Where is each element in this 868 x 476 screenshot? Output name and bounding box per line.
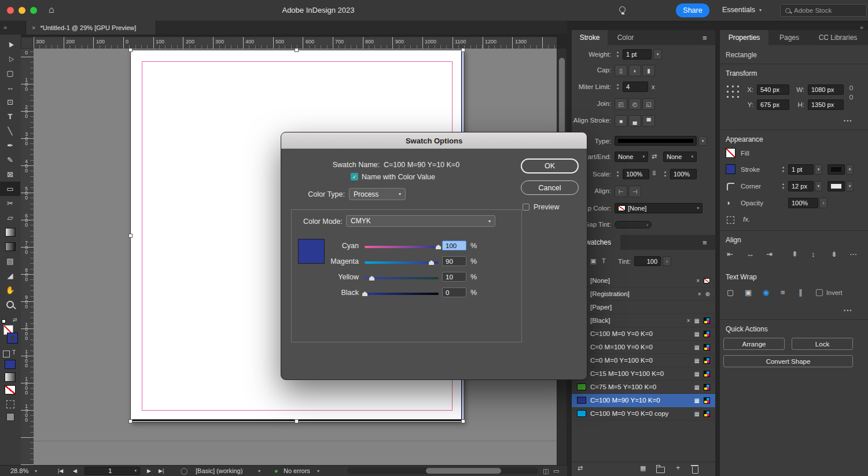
tab-color[interactable]: Color [608,30,643,45]
vertical-ruler[interactable]: 0 100 200 300 400 500 600 700 800 900 10… [21,49,34,465]
join-bevel-button[interactable]: ◱ [642,98,655,110]
h-field[interactable]: 1350 px [808,99,844,110]
stroke-style-dropdown[interactable] [827,164,845,175]
page-number-field[interactable]: 1 ▾ [84,467,140,475]
workspace-switcher[interactable]: Essentials ▾ [722,6,762,14]
note-tool[interactable]: ▤ [0,254,20,268]
swap-start-end-icon[interactable]: ⇄ [652,153,657,160]
new-swatch-icon[interactable]: + [676,463,681,472]
scale-link-icon[interactable]: ∞ [650,171,659,176]
yellow-slider[interactable] [365,277,439,279]
stroke-type-dropdown-icon[interactable]: ▾ [698,136,707,146]
tint-field[interactable]: 100 [634,256,661,266]
opacity-label[interactable]: Opacity [741,200,763,206]
panel-menu-icon[interactable]: ≡ [703,34,707,42]
lightbulb-icon[interactable] [619,6,626,13]
document-tab[interactable]: × *Untitled-1 @ 29% [GPU Preview] [25,21,156,35]
screen-mode-preview-icon[interactable] [6,413,14,421]
gap-color-dropdown[interactable]: [None] ▾ [615,203,703,213]
horizontal-scrollbar-thumb[interactable] [426,468,501,474]
stepper-up-icon[interactable]: ▲ [664,170,667,174]
stepper-up-icon[interactable]: ▲ [616,170,619,174]
color-mode-dropdown[interactable]: CMYK ▾ [346,215,495,227]
rectangle-tool[interactable]: ▭ [0,182,20,196]
corner-dropdown-icon[interactable]: ▾ [815,181,822,191]
pen-tool[interactable]: ✒ [0,138,20,153]
ruler-origin[interactable] [21,37,34,49]
ok-button[interactable]: OK [521,158,579,174]
window-minimize-button[interactable] [19,7,25,14]
corner-field[interactable]: 12 px [788,181,814,191]
page-dropdown-icon[interactable]: ▾ [134,468,137,473]
tab-cc-libraries[interactable]: CC Libraries [810,30,866,45]
preset-dropdown-icon[interactable]: ▾ [258,468,260,474]
align-stroke-outside-button[interactable]: ▀ [642,115,655,127]
gap-tint-slider[interactable]: › [615,221,652,228]
stepper-down-icon[interactable]: ▼ [616,54,619,58]
tab-close-icon[interactable]: × [32,24,35,31]
apply-gradient-button[interactable] [5,372,16,382]
wrap-jump-column-button[interactable]: ∥ [799,288,803,297]
align-bottom-button[interactable]: ⇟ [831,250,837,259]
reference-point-grid[interactable] [727,86,739,98]
y-field[interactable]: 675 px [757,99,789,110]
invert-checkbox[interactable] [816,289,823,296]
join-miter-button[interactable]: ◰ [615,98,627,110]
next-page-button[interactable]: ▶ [147,468,151,474]
apply-none-button[interactable] [5,385,16,394]
hand-tool[interactable]: ✋ [0,283,20,297]
start-dropdown[interactable]: None▾ [615,152,648,162]
swatch-row[interactable]: C=100 M=0 Y=0 K=0 copy ▦ [572,407,715,420]
stepper-up-icon[interactable]: ▲ [616,50,619,54]
horizontal-scrollbar[interactable] [347,467,538,474]
error-status[interactable]: No errors [284,467,310,474]
swatch-row[interactable]: C=75 M=5 Y=100 K=0 ▦ [572,381,715,394]
stroke-style-dropdown-icon[interactable]: ▾ [846,164,854,175]
weight-dropdown-icon[interactable]: ▾ [653,49,662,60]
selection-handle[interactable] [461,48,465,52]
swatch-row-black[interactable]: [Black] ×▦ [572,314,715,327]
window-zoom-button[interactable] [30,7,37,14]
constrain-proportions-icon[interactable] [848,86,854,99]
selection-handle[interactable] [128,48,133,52]
swatch-views-icon[interactable]: ▦ [640,464,646,472]
fill-color-swatch[interactable] [726,148,735,158]
selection-handle[interactable] [295,48,299,52]
stepper-down-icon[interactable]: ▼ [616,87,619,91]
align-center-horizontal-button[interactable]: ↔ [746,250,754,259]
type-tool[interactable]: T [0,109,20,124]
preflight-icon[interactable]: ◯ [181,467,187,475]
corner-shape-dropdown-icon[interactable]: ▾ [846,181,854,191]
magenta-field[interactable]: 90 [442,256,466,266]
corner-label[interactable]: Corner [741,183,761,190]
gap-tool[interactable]: ↔ [0,80,20,95]
scissors-tool[interactable]: ✂ [0,196,20,211]
stepper-down-icon[interactable]: ▼ [664,174,667,178]
stepper-down-icon[interactable]: ▼ [782,169,785,174]
stroke-weight-stepper[interactable]: ▲▼ [780,164,786,175]
stepper-up-icon[interactable]: ▲ [782,165,785,169]
name-with-color-value-checkbox[interactable]: ✓ [351,173,358,180]
formatting-affects-text-icon[interactable]: T [12,349,16,356]
swatch-row[interactable]: C=100 M=0 Y=0 K=0 ▦ [572,327,715,341]
swatch-row-selected[interactable]: C=100 M=90 Y=10 K=0 ▦ [572,394,715,407]
swatch-row[interactable]: C=0 M=0 Y=100 K=0 ▦ [572,354,715,367]
convert-shape-button[interactable]: Convert Shape [723,355,853,367]
dialog-titlebar[interactable]: Swatch Options [281,132,587,149]
black-field[interactable]: 0 [442,287,466,297]
align-stroke-inside-button[interactable]: ▄ [628,115,641,127]
align-left-button[interactable]: ⇤ [727,250,733,259]
preflight-preset[interactable]: [Basic] (working) [196,467,242,474]
corner-shape-dropdown[interactable] [827,181,845,191]
new-color-group-icon[interactable] [656,467,665,473]
transform-more-options[interactable]: ••• [844,118,852,124]
formatting-affects-container-icon[interactable] [3,350,10,357]
screen-mode-normal-icon[interactable] [6,400,14,408]
align-center-vertical-button[interactable]: ↕ [811,250,815,259]
color-type-dropdown[interactable]: Process ▾ [349,188,406,200]
previous-page-button[interactable]: ◀ [73,468,77,474]
scale-start-field[interactable]: 100% [623,169,649,179]
cancel-button[interactable]: Cancel [521,180,579,195]
wrap-object-shape-button[interactable]: ◉ [763,288,769,297]
fill-label[interactable]: Fill [741,150,749,157]
